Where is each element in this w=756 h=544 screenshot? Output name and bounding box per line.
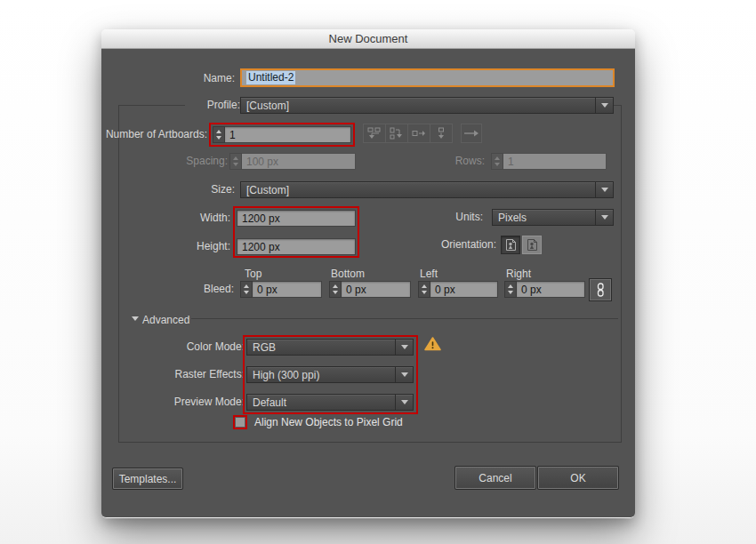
bleed-bottom-input[interactable]: 0 px [342,281,411,298]
height-input[interactable]: 1200 px [237,238,356,255]
dialog-titlebar[interactable]: New Document [101,29,635,49]
artboards-input[interactable]: 1 [225,126,351,143]
chevron-down-icon [601,103,608,108]
stepper-down-icon [508,291,513,294]
arrange-by-row-button [407,124,430,143]
raster-effects-label: Raster Effects: [101,366,245,383]
units-dropdown[interactable]: Pixels [492,209,614,226]
profile-label: Profile: [185,97,240,114]
stepper-up-icon [333,284,338,288]
bleed-label: Bleed: [101,281,234,298]
width-input[interactable]: 1200 px [237,210,356,227]
bleed-link-button[interactable] [590,279,611,300]
spacing-stepper-field: 100 px [229,153,356,170]
chevron-down-icon [401,372,408,377]
size-dropdown[interactable]: [Custom] [240,181,614,198]
orientation-portrait-button[interactable] [501,236,520,254]
grid-by-column-button [385,124,408,143]
color-mode-dropdown-button[interactable] [395,340,413,355]
bleed-left-stepper-field[interactable]: 0 px [418,281,498,298]
right-to-left-layout-button [461,124,482,143]
arrange-by-column-button [430,124,453,143]
preview-mode-dropdown-button[interactable] [395,395,413,410]
bleed-left-input[interactable]: 0 px [430,281,498,298]
units-dropdown-button[interactable] [595,210,613,225]
bleed-top-stepper[interactable] [240,281,253,298]
templates-button-label: Templates... [119,473,177,485]
stepper-up-icon [244,284,249,288]
orientation-label: Orientation: [395,236,496,253]
rows-stepper-field: 1 [491,153,607,170]
bleed-right-stepper[interactable] [504,281,517,298]
ok-button[interactable]: OK [538,467,618,489]
raster-effects-dropdown-button[interactable] [395,367,413,382]
bleed-bottom-stepper[interactable] [329,281,342,298]
preview-mode-dropdown-value: Default [247,395,395,410]
chevron-down-icon [401,345,408,349]
stepper-up-icon [233,156,238,160]
profile-dropdown-button[interactable] [595,98,613,113]
units-label: Units: [395,209,483,226]
stepper-down-icon [216,136,221,140]
stepper-down-icon [244,291,249,294]
stepper-up-icon [508,284,513,288]
templates-button[interactable]: Templates... [113,468,182,489]
bleed-top-input[interactable]: 0 px [253,281,322,298]
ok-button-label: OK [570,472,585,484]
stepper-up-icon [216,130,221,133]
rows-label: Rows: [395,153,485,170]
cancel-button[interactable]: Cancel [455,467,535,489]
artboards-stepper[interactable] [213,126,225,143]
artboards-stepper-field[interactable]: 1 [213,126,351,143]
bleed-right-stepper-field[interactable]: 0 px [504,281,585,298]
stepper-up-icon [422,284,427,288]
color-mode-dropdown[interactable]: RGB [246,339,414,356]
stepper-down-icon [333,291,338,294]
raster-effects-dropdown-value: High (300 ppi) [247,367,395,382]
grid-by-column-icon [390,127,404,140]
advanced-section-toggle[interactable]: Advanced [142,312,189,329]
size-dropdown-button[interactable] [595,182,613,197]
name-input-selected-text: Untitled-2 [246,71,295,84]
stepper-down-icon [233,163,238,166]
name-label: Name: [101,70,235,87]
stepper-down-icon [495,163,500,166]
grid-by-row-button [363,124,386,143]
name-input[interactable]: Untitled-2 [240,68,615,87]
profile-dropdown[interactable]: [Custom] [240,97,614,114]
advanced-divider [191,318,618,319]
color-mode-dropdown-value: RGB [247,340,395,355]
bleed-left-stepper[interactable] [418,281,430,298]
preview-mode-dropdown[interactable]: Default [246,394,414,411]
width-label: Width: [101,210,230,227]
rows-input: 1 [503,153,607,170]
pixel-grid-checkbox[interactable] [233,415,247,429]
height-value: 1200 px [242,241,280,253]
color-mode-label: Color Mode: [101,339,245,356]
advanced-disclosure-icon [132,316,139,321]
portrait-page-icon [505,238,517,252]
new-document-dialog: New Document Name: Untitled-2 Profile: [… [101,29,635,518]
chevron-down-icon [401,400,408,404]
units-dropdown-value: Pixels [493,210,595,225]
cancel-button-label: Cancel [479,472,511,484]
rows-stepper [491,153,503,170]
color-mode-warning-icon [424,337,441,355]
height-label: Height: [101,238,230,255]
bleed-bottom-stepper-field[interactable]: 0 px [329,281,411,298]
spacing-label: Spacing: [101,153,228,170]
long-right-arrow-icon [463,128,479,139]
artboards-label: Number of Artboards: [101,126,207,143]
profile-dropdown-value: [Custom] [241,98,595,113]
orientation-landscape-button[interactable] [522,236,542,254]
stepper-down-icon [422,291,427,294]
spacing-input: 100 px [242,153,356,170]
bleed-right-input[interactable]: 0 px [517,281,585,298]
bleed-top-stepper-field[interactable]: 0 px [240,281,322,298]
dialog-title: New Document [329,32,408,45]
arrange-by-row-icon [412,127,426,140]
preview-mode-label: Preview Mode: [101,394,245,411]
desktop-background: New Document Name: Untitled-2 Profile: [… [0,0,756,544]
raster-effects-dropdown[interactable]: High (300 ppi) [246,366,414,383]
grid-by-row-icon [367,127,382,140]
